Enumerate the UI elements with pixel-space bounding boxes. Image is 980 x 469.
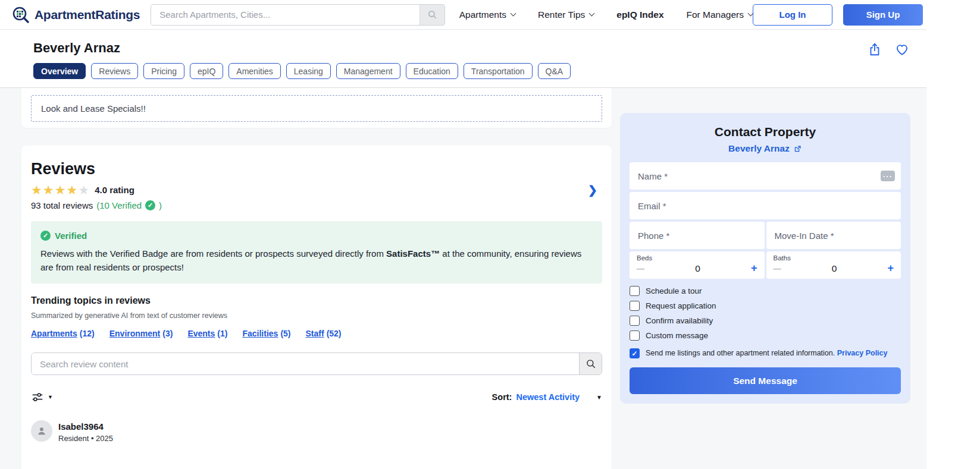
total-reviews: 93 total reviews [31, 200, 93, 210]
trending-topic-staff[interactable]: Staff(52) [306, 329, 342, 338]
nav-item-renter-tips[interactable]: Renter Tips [538, 10, 594, 20]
beds-baths-row: Beds — 0 + Baths — 0 + [630, 251, 901, 279]
contact-property-name: Beverly Arnaz [728, 143, 790, 154]
baths-minus-button[interactable]: — [774, 264, 781, 273]
review-author-block: Isabel3964 Resident • 2025 [58, 420, 113, 443]
main-nav: ApartmentsRenter TipsepIQ IndexFor Manag… [459, 10, 753, 20]
login-button[interactable]: Log In [753, 4, 832, 26]
star-rating: ★★★★★ [31, 184, 90, 197]
reviews-section: Reviews ★★★★★ 4.0 rating ❯ 93 total revi… [21, 146, 612, 469]
send-message-button[interactable]: Send Message [630, 367, 901, 394]
trending-topic-events[interactable]: Events(1) [187, 329, 227, 338]
baths-stepper: Baths — 0 + [766, 251, 901, 279]
property-header: Beverly Arnaz OverviewReviewsPricingepIQ… [0, 30, 926, 88]
search-icon [586, 358, 596, 369]
phone-field[interactable] [630, 222, 765, 249]
brand-name: ApartmentRatings [35, 8, 140, 22]
filter-control[interactable]: ▼ [31, 391, 53, 404]
nav-item-label: epIQ Index [616, 10, 663, 20]
nav-item-for-managers[interactable]: For Managers [687, 10, 753, 20]
verified-count-close: ) [159, 200, 162, 210]
movein-date-field[interactable] [766, 222, 901, 249]
tab-amenities[interactable]: Amenities [228, 63, 280, 79]
site-search-button[interactable] [419, 5, 444, 25]
nav-item-epiq-index[interactable]: epIQ Index [616, 10, 663, 20]
chevron-down-icon [511, 11, 516, 17]
option-label: Confirm availability [646, 316, 713, 325]
review-item: Isabel3964 Resident • 2025 [31, 420, 602, 443]
tab-q-a[interactable]: Q&A [538, 63, 571, 79]
contact-property-link[interactable]: Beverly Arnaz [630, 143, 901, 154]
nav-item-apartments[interactable]: Apartments [459, 10, 515, 20]
consent-label: Send me listings and other apartment rel… [646, 349, 835, 357]
tab-education[interactable]: Education [406, 63, 458, 79]
specials-banner: Look and Lease Specials!! [31, 95, 602, 122]
review-search-input[interactable] [32, 353, 579, 374]
trending-topic-label: Staff [306, 329, 324, 338]
tab-transportation[interactable]: Transportation [464, 63, 533, 79]
option-confirm-availability[interactable]: Confirm availability [630, 316, 901, 326]
autofill-icon[interactable]: ··· [881, 171, 895, 181]
baths-value: 0 [832, 263, 837, 274]
site-search-input[interactable] [151, 5, 419, 25]
page-title: Beverly Arnaz [33, 40, 120, 56]
trending-topic-label: Facilities [242, 329, 278, 338]
option-custom-message[interactable]: Custom message [630, 330, 901, 341]
tab-epiq[interactable]: epIQ [190, 63, 223, 79]
trending-heading: Trending topics in reviews [31, 295, 602, 306]
consent-checkbox[interactable]: ✓ [630, 348, 640, 358]
verified-body-before: Reviews with the Verified Badge are from… [40, 248, 386, 259]
tab-management[interactable]: Management [336, 63, 400, 79]
checkbox-request-application[interactable] [630, 301, 640, 311]
sort-caret-down-icon[interactable]: ▼ [596, 394, 602, 401]
star-icon: ★ [31, 183, 42, 197]
verified-badge-icon: ✓ [40, 231, 51, 241]
nav-item-label: Apartments [459, 10, 506, 20]
contact-title: Contact Property [630, 125, 901, 139]
option-request-application[interactable]: Request application [630, 301, 901, 311]
star-icon: ★ [43, 183, 54, 197]
checkbox-confirm-availability[interactable] [630, 316, 640, 326]
trending-topic-label: Events [187, 329, 215, 338]
favorite-heart-icon[interactable] [894, 42, 910, 57]
verified-title: Verified [55, 231, 87, 241]
option-label: Request application [646, 301, 716, 310]
brand-logo[interactable]: ApartmentRatings [12, 6, 140, 24]
beds-plus-button[interactable]: + [751, 262, 757, 275]
trending-topic-environment[interactable]: Environment(3) [109, 329, 173, 338]
signup-button[interactable]: Sign Up [843, 4, 923, 26]
verified-count: (10 Verified [96, 200, 142, 210]
nav-item-label: For Managers [687, 10, 744, 20]
email-field[interactable] [630, 192, 901, 219]
avatar [31, 420, 52, 442]
checkbox-custom-message[interactable] [630, 330, 640, 341]
header-actions [867, 42, 910, 57]
tab-pricing[interactable]: Pricing [143, 63, 184, 79]
review-search-button[interactable] [579, 353, 602, 374]
contact-options: Schedule a tourRequest applicationConfir… [630, 286, 901, 341]
checkbox-schedule-a-tour[interactable] [630, 286, 640, 296]
contact-property-card: Contact Property Beverly Arnaz ··· [620, 113, 910, 404]
tab-leasing[interactable]: Leasing [286, 63, 331, 79]
tab-reviews[interactable]: Reviews [91, 63, 138, 79]
sort-value-link[interactable]: Newest Activity [516, 392, 580, 402]
privacy-policy-link[interactable]: Privacy Policy [837, 349, 888, 357]
totals-row: 93 total reviews (10 Verified ✓ ) [31, 200, 602, 210]
trending-topic-label: Apartments [31, 329, 77, 338]
name-field[interactable] [630, 162, 901, 190]
beds-minus-button[interactable]: — [637, 264, 644, 273]
rating-text: 4.0 rating [95, 185, 134, 195]
verified-check-icon: ✓ [145, 200, 155, 210]
top-navbar: ApartmentRatings ApartmentsRenter Tipsep… [0, 0, 926, 30]
baths-plus-button[interactable]: + [887, 262, 894, 275]
caret-down-icon: ▼ [48, 394, 53, 400]
share-icon[interactable] [867, 42, 882, 57]
trending-topic-apartments[interactable]: Apartments(12) [31, 329, 95, 338]
chevron-right-icon[interactable]: ❯ [588, 183, 597, 197]
tab-overview[interactable]: Overview [33, 63, 86, 79]
trending-topic-facilities[interactable]: Facilities(5) [242, 329, 290, 338]
external-link-icon [793, 144, 802, 153]
trending-topic-count: (3) [162, 329, 173, 338]
search-icon [427, 10, 437, 20]
option-schedule-a-tour[interactable]: Schedule a tour [630, 286, 901, 296]
